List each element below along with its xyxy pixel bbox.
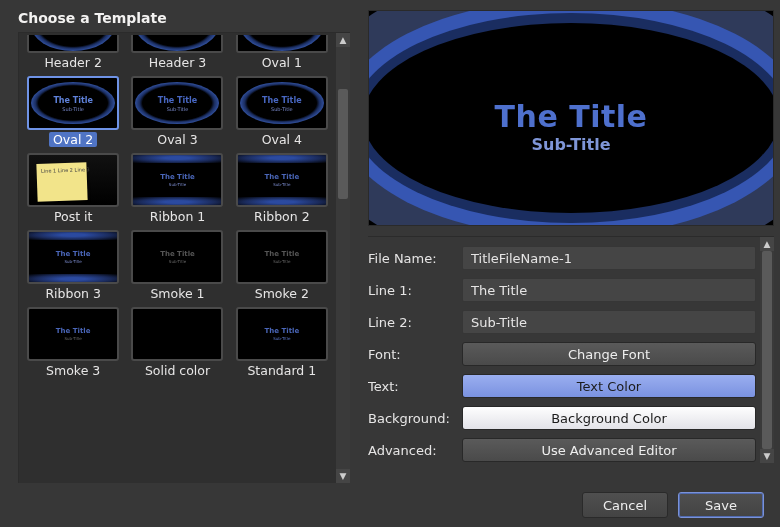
- template-cell[interactable]: The TitleSub-TitleSmoke 1: [127, 230, 227, 305]
- template-caption: Smoke 3: [46, 363, 100, 378]
- template-thumb[interactable]: The TitleSub-Title: [27, 76, 119, 130]
- template-thumb[interactable]: The TitleSub-Title: [236, 76, 328, 130]
- filename-label: File Name:: [368, 251, 456, 266]
- template-thumb[interactable]: The TitleSub-Title: [27, 230, 119, 284]
- template-cell[interactable]: The TitleSub-TitleOval 4: [232, 76, 332, 151]
- form-scrollbar[interactable]: ▲ ▼: [760, 237, 774, 463]
- template-caption: Ribbon 3: [45, 286, 101, 301]
- cancel-button[interactable]: Cancel: [582, 492, 668, 518]
- template-thumb[interactable]: The TitleSub-Title: [236, 230, 328, 284]
- template-caption: Ribbon 1: [150, 209, 206, 224]
- template-thumb[interactable]: [131, 307, 223, 361]
- template-cell[interactable]: The TitleSub-TitleOval 3: [127, 76, 227, 151]
- template-cell[interactable]: The TitleSub-TitleSmoke 3: [23, 307, 123, 382]
- template-caption: Smoke 1: [150, 286, 204, 301]
- template-caption: Header 3: [149, 55, 206, 70]
- template-cell[interactable]: Header 2: [23, 35, 123, 74]
- template-caption: Post it: [54, 209, 93, 224]
- text-color-button[interactable]: Text Color: [462, 374, 756, 398]
- background-color-button[interactable]: Background Color: [462, 406, 756, 430]
- template-thumb[interactable]: [27, 35, 119, 53]
- template-cell[interactable]: Solid color: [127, 307, 227, 382]
- template-thumb[interactable]: The TitleSub-Title: [131, 230, 223, 284]
- change-font-button[interactable]: Change Font: [462, 342, 756, 366]
- template-caption: Standard 1: [247, 363, 316, 378]
- template-caption: Solid color: [145, 363, 210, 378]
- property-form: File Name: Line 1: Line 2: Font: Change …: [368, 237, 760, 463]
- advanced-editor-button[interactable]: Use Advanced Editor: [462, 438, 756, 462]
- scroll-thumb[interactable]: [762, 251, 772, 449]
- title-template-dialog: Choose a Template Header 2Header 3Oval 1…: [0, 0, 780, 527]
- filename-input[interactable]: [462, 246, 756, 270]
- template-thumb[interactable]: The TitleSub-Title: [131, 76, 223, 130]
- template-chooser: Choose a Template Header 2Header 3Oval 1…: [18, 10, 350, 483]
- right-panel: The Title Sub-Title File Name: Line 1:: [368, 10, 774, 483]
- scroll-up-icon[interactable]: ▲: [336, 33, 350, 47]
- template-grid-scrollbar[interactable]: ▲ ▼: [336, 33, 350, 483]
- advanced-label: Advanced:: [368, 443, 456, 458]
- line1-label: Line 1:: [368, 283, 456, 298]
- template-cell[interactable]: Line 1 Line 2 Line 3Post it: [23, 153, 123, 228]
- scroll-thumb[interactable]: [338, 89, 348, 199]
- template-thumb[interactable]: The TitleSub-Title: [27, 307, 119, 361]
- preview-title: The Title: [369, 99, 773, 134]
- template-cell[interactable]: The TitleSub-TitleStandard 1: [232, 307, 332, 382]
- template-cell[interactable]: The TitleSub-TitleOval 2: [23, 76, 123, 151]
- line2-label: Line 2:: [368, 315, 456, 330]
- template-thumb[interactable]: The TitleSub-Title: [236, 153, 328, 207]
- template-grid-wrap: Header 2Header 3Oval 1The TitleSub-Title…: [18, 32, 350, 483]
- text-label: Text:: [368, 379, 456, 394]
- font-label: Font:: [368, 347, 456, 362]
- template-preview: The Title Sub-Title: [368, 10, 774, 226]
- template-grid[interactable]: Header 2Header 3Oval 1The TitleSub-Title…: [19, 33, 336, 483]
- template-cell[interactable]: The TitleSub-TitleSmoke 2: [232, 230, 332, 305]
- scroll-track[interactable]: [336, 47, 350, 469]
- scroll-down-icon[interactable]: ▼: [336, 469, 350, 483]
- template-thumb[interactable]: The TitleSub-Title: [236, 307, 328, 361]
- line2-input[interactable]: [462, 310, 756, 334]
- template-caption: Smoke 2: [255, 286, 309, 301]
- template-cell[interactable]: The TitleSub-TitleRibbon 3: [23, 230, 123, 305]
- background-label: Background:: [368, 411, 456, 426]
- template-caption: Oval 1: [262, 55, 302, 70]
- dialog-footer: Cancel Save: [0, 483, 780, 527]
- dialog-content: Choose a Template Header 2Header 3Oval 1…: [0, 0, 780, 483]
- form-area: File Name: Line 1: Line 2: Font: Change …: [368, 236, 774, 463]
- template-caption: Oval 3: [157, 132, 197, 147]
- template-thumb[interactable]: [131, 35, 223, 53]
- save-button[interactable]: Save: [678, 492, 764, 518]
- scroll-down-icon[interactable]: ▼: [760, 449, 774, 463]
- template-cell[interactable]: Header 3: [127, 35, 227, 74]
- template-thumb[interactable]: [236, 35, 328, 53]
- template-caption: Oval 2: [49, 132, 97, 147]
- line1-input[interactable]: [462, 278, 756, 302]
- template-thumb[interactable]: Line 1 Line 2 Line 3: [27, 153, 119, 207]
- scroll-track[interactable]: [760, 251, 774, 449]
- template-caption: Oval 4: [262, 132, 302, 147]
- template-caption: Ribbon 2: [254, 209, 310, 224]
- template-cell[interactable]: The TitleSub-TitleRibbon 2: [232, 153, 332, 228]
- template-caption: Header 2: [44, 55, 101, 70]
- template-cell[interactable]: Oval 1: [232, 35, 332, 74]
- preview-subtitle: Sub-Title: [369, 135, 773, 154]
- scroll-up-icon[interactable]: ▲: [760, 237, 774, 251]
- template-cell[interactable]: The TitleSub-TitleRibbon 1: [127, 153, 227, 228]
- template-thumb[interactable]: The TitleSub-Title: [131, 153, 223, 207]
- chooser-heading: Choose a Template: [18, 10, 350, 26]
